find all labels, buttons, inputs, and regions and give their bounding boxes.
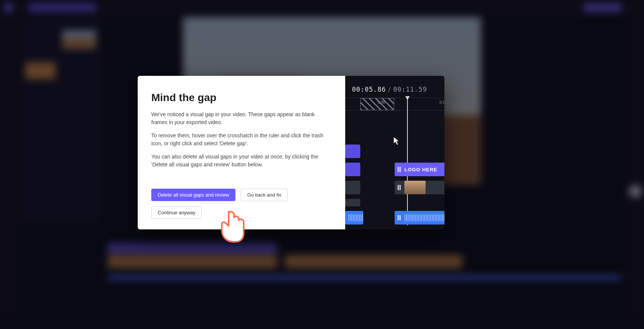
playhead[interactable]	[407, 97, 408, 225]
bars-icon	[398, 167, 402, 172]
bars-icon	[398, 215, 402, 220]
delete-gaps-button[interactable]: Delete all visual gaps and review	[151, 189, 235, 201]
timeline-preview: 00:05.86/00:11.59 0:08 0:10 LOGO HERE	[345, 76, 444, 229]
audio-clip[interactable]	[345, 211, 363, 224]
timecode: 00:05.86/00:11.59	[352, 86, 427, 93]
dialog-paragraph: To remove them, hover over the crosshatc…	[151, 132, 332, 148]
total-time: 00:11.59	[393, 86, 427, 93]
dialog-button-row: Delete all visual gaps and review Go bac…	[151, 189, 332, 219]
go-back-button[interactable]: Go back and fix	[241, 189, 287, 201]
clip-thumbnail	[404, 181, 426, 194]
ruler-tick: 0:08	[378, 100, 385, 105]
crosshatch-icon[interactable]	[360, 98, 394, 110]
waveform-icon	[348, 214, 363, 221]
current-time: 00:05.86	[352, 86, 386, 93]
waveform-icon	[404, 214, 444, 221]
ruler-tick: 0:10	[440, 100, 444, 105]
video-clip-small[interactable]	[345, 199, 360, 206]
video-clip[interactable]	[395, 181, 444, 194]
timeline-clip[interactable]	[345, 163, 360, 176]
dialog-paragraph: You can also delete all visual gaps in y…	[151, 153, 332, 169]
dialog-title: Mind the gap	[151, 92, 332, 104]
logo-clip[interactable]: LOGO HERE	[395, 163, 444, 176]
audio-clip[interactable]	[395, 211, 444, 224]
timeline-clip[interactable]	[345, 145, 360, 158]
bars-icon	[398, 185, 402, 190]
clip-label: LOGO HERE	[404, 167, 437, 172]
dialog-paragraph: We've noticed a visual gap in your video…	[151, 111, 332, 126]
mind-the-gap-dialog: Mind the gap We've noticed a visual gap …	[138, 76, 444, 229]
continue-anyway-button[interactable]: Continue anyway	[151, 206, 202, 219]
dialog-content: Mind the gap We've noticed a visual gap …	[138, 76, 345, 229]
timeline-ruler[interactable]: 0:08 0:10	[345, 98, 444, 111]
video-clip[interactable]	[345, 181, 360, 194]
dialog-body: We've noticed a visual gap in your video…	[151, 111, 332, 174]
